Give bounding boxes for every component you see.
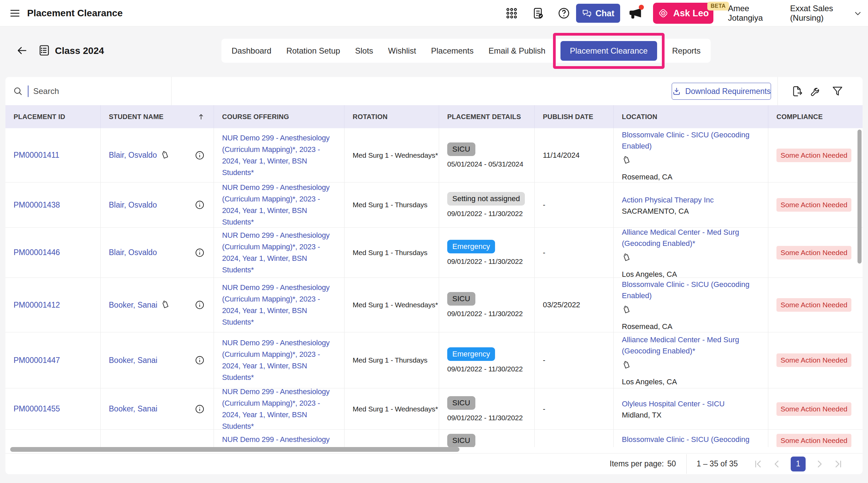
back-button[interactable] (16, 45, 28, 56)
export-icon[interactable] (791, 85, 803, 97)
ask-leo-button[interactable]: Ask Leo (653, 3, 713, 24)
location-tag-icon[interactable] (622, 305, 631, 315)
chevron-down-icon[interactable] (853, 9, 863, 18)
location-link[interactable]: Blossomvale Clinic - SICU (Geocoding Ena… (622, 279, 762, 301)
compliance-badge: Some Action Needed (776, 198, 851, 212)
student-tag-icon[interactable] (161, 300, 170, 310)
tab-placement-clearance[interactable]: Placement Clearance (560, 41, 657, 61)
location-link[interactable]: Alliance Medical Center - Med Surg (Geoc… (622, 334, 762, 356)
course-offering-link[interactable]: NUR Demo 299 - Anesthesiology (Curriculu… (222, 434, 338, 447)
tab-reports[interactable]: Reports (672, 46, 701, 56)
wrench-icon[interactable] (810, 85, 822, 97)
footer-vertical-divider (686, 454, 687, 474)
chat-label: Chat (595, 8, 614, 18)
previous-page-icon[interactable] (772, 459, 782, 469)
course-offering-link[interactable]: NUR Demo 299 - Anesthesiology (Curriculu… (222, 182, 338, 228)
search-input[interactable] (33, 86, 162, 96)
info-icon[interactable] (195, 404, 205, 414)
location-link[interactable]: Blossomvale Clinic - SICU (Geocoding Ena… (622, 434, 762, 447)
placement-id-link[interactable]: PM00001447 (14, 356, 94, 365)
student-name-link[interactable]: Blair, Osvaldo (109, 200, 157, 210)
column-compliance[interactable]: COMPLIANCE (768, 105, 863, 128)
setting-badge: Setting not assigned (447, 192, 525, 206)
search-box[interactable] (5, 77, 172, 105)
column-publish-date[interactable]: PUBLISH DATE (535, 105, 614, 128)
placement-id-link[interactable]: PM00001455 (14, 404, 94, 413)
download-requirements-button[interactable]: Download Requirements (672, 83, 771, 100)
column-location[interactable]: LOCATION (614, 105, 768, 128)
course-offering-link[interactable]: NUR Demo 299 - Anesthesiology (Curriculu… (222, 282, 338, 328)
location-link[interactable]: Blossomvale Clinic - SICU (Geocoding Ena… (622, 129, 762, 152)
chat-button[interactable]: Chat (576, 4, 620, 23)
location-link[interactable]: Alliance Medical Center - Med Surg (Geoc… (622, 227, 762, 249)
course-offering-link[interactable]: NUR Demo 299 - Anesthesiology (Curriculu… (222, 230, 338, 276)
tab-rotation-setup[interactable]: Rotation Setup (286, 46, 340, 56)
next-page-icon[interactable] (814, 459, 825, 469)
search-icon (13, 86, 23, 96)
publish-date: - (543, 200, 607, 209)
first-page-icon[interactable] (753, 459, 763, 469)
placement-id-link[interactable]: PM00001412 (14, 301, 94, 310)
course-offering-link[interactable]: NUR Demo 299 - Anesthesiology (Curriculu… (222, 337, 338, 383)
pagination-footer: Items per page: 50 1 – 35 of 35 1 (5, 453, 863, 474)
table-row: PM00001411 Blair, Osvaldo NUR De (5, 128, 863, 182)
horizontal-scrollbar[interactable] (10, 447, 459, 452)
placement-id-link[interactable]: PM00001446 (14, 248, 94, 257)
location-city: Los Angeles, CA (622, 378, 762, 386)
column-rotation[interactable]: ROTATION (344, 105, 439, 128)
info-icon[interactable] (195, 355, 205, 365)
tab-slots[interactable]: Slots (355, 46, 373, 56)
sort-ascending-icon[interactable] (197, 113, 205, 120)
student-name-link[interactable]: Booker, Sanai (109, 356, 157, 365)
toolbar-divider (777, 77, 778, 105)
info-icon[interactable] (195, 200, 205, 210)
items-per-page-label: Items per page: (610, 459, 664, 468)
current-page-button[interactable]: 1 (791, 457, 806, 471)
student-name-link[interactable]: Booker, Sanai (109, 301, 157, 310)
column-student-name[interactable]: STUDENT NAME (101, 105, 214, 128)
location-link[interactable]: Action Physical Therapy Inc (622, 194, 762, 206)
location-tag-icon[interactable] (622, 253, 631, 263)
items-per-page-value[interactable]: 50 (667, 459, 676, 468)
help-icon[interactable] (557, 7, 570, 20)
column-placement-id[interactable]: PLACEMENT ID (5, 105, 101, 128)
student-tag-icon[interactable] (160, 151, 170, 160)
class-title: Class 2024 (55, 45, 104, 56)
tab-dashboard[interactable]: Dashboard (232, 46, 271, 56)
info-icon[interactable] (195, 300, 205, 310)
setting-badge: SICU (447, 396, 475, 410)
user-name: Amee Jotangiya (728, 4, 786, 23)
apps-grid-icon[interactable] (505, 7, 518, 20)
vertical-scrollbar[interactable] (857, 130, 862, 264)
rotation-text: Med Surg 1 - Thursdays (353, 356, 433, 364)
pagination-range: 1 – 35 of 35 (697, 459, 738, 468)
location-tag-icon[interactable] (622, 156, 631, 165)
tasks-checklist-icon[interactable] (532, 7, 545, 20)
info-icon[interactable] (195, 248, 205, 258)
placement-id-link[interactable]: PM00001438 (14, 200, 94, 210)
table-header: PLACEMENT ID STUDENT NAME COURSE OFFERIN… (5, 105, 863, 128)
column-placement-details[interactable]: PLACEMENT DETAILS (439, 105, 535, 128)
class-list-icon (38, 44, 51, 57)
tab-wishlist[interactable]: Wishlist (388, 46, 416, 56)
student-name-link[interactable]: Blair, Osvaldo (109, 151, 157, 160)
rotation-text: Med Surg 1 - Wednesdays* (353, 301, 433, 309)
last-page-icon[interactable] (833, 459, 844, 469)
filter-icon[interactable] (831, 85, 844, 97)
tab-email-publish[interactable]: Email & Publish (489, 46, 546, 56)
student-name-link[interactable]: Blair, Osvaldo (109, 248, 157, 257)
column-course-offering[interactable]: COURSE OFFERING (214, 105, 344, 128)
toolbar: Download Requirements (5, 77, 863, 105)
placement-id-link[interactable]: PM00001411 (14, 151, 94, 160)
course-offering-link[interactable]: NUR Demo 299 - Anesthesiology (Curriculu… (222, 386, 338, 432)
tab-placements[interactable]: Placements (431, 46, 473, 56)
location-tag-icon[interactable] (622, 361, 631, 370)
course-offering-link[interactable]: NUR Demo 299 - Anesthesiology (Curriculu… (222, 132, 338, 178)
announcements-icon[interactable] (628, 6, 643, 21)
menu-icon[interactable] (9, 7, 21, 19)
info-icon[interactable] (195, 150, 205, 160)
download-icon (672, 87, 681, 96)
location-link[interactable]: Olyleus Hospital Center - SICU (622, 398, 762, 409)
setting-badge: Emergency (447, 240, 495, 253)
student-name-link[interactable]: Booker, Sanai (109, 404, 157, 413)
